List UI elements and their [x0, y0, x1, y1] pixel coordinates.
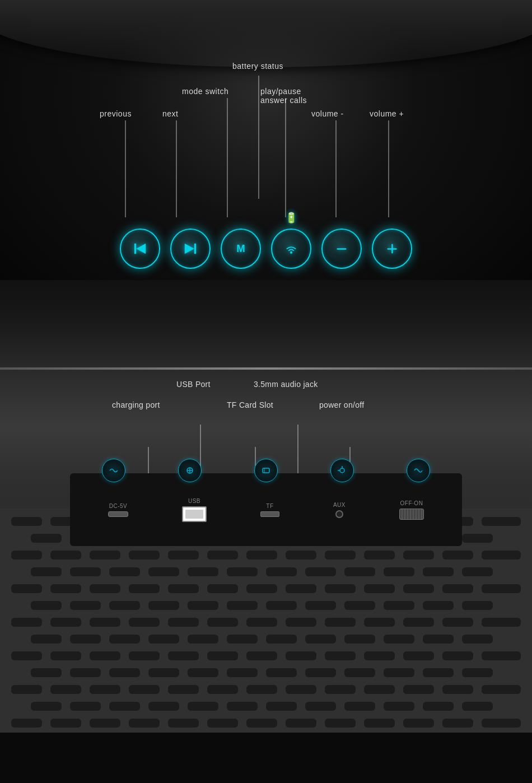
- previous-button[interactable]: [120, 229, 160, 269]
- battery-status-label: battery status: [232, 62, 283, 71]
- svg-rect-81: [90, 584, 120, 593]
- dc-port[interactable]: [108, 511, 128, 517]
- svg-rect-152: [423, 668, 454, 677]
- svg-rect-42: [31, 534, 62, 543]
- svg-rect-155: [50, 685, 81, 694]
- power-switch-item: OFF·ON: [399, 500, 424, 520]
- power-switch-label: OFF·ON: [400, 500, 423, 506]
- svg-rect-153: [462, 668, 493, 677]
- svg-rect-157: [129, 685, 160, 694]
- svg-rect-77: [423, 567, 454, 576]
- svg-rect-175: [344, 702, 375, 711]
- svg-rect-56: [90, 551, 120, 560]
- svg-rect-105: [50, 618, 81, 627]
- svg-rect-162: [325, 685, 356, 694]
- svg-rect-133: [168, 651, 199, 660]
- middle-section: [0, 280, 532, 370]
- svg-rect-166: [482, 685, 521, 694]
- svg-rect-13: [337, 248, 347, 250]
- usb-port[interactable]: [182, 506, 207, 522]
- volume-plus-label: volume +: [370, 109, 404, 118]
- tf-label: TF: [266, 503, 273, 509]
- power-switch[interactable]: [399, 509, 424, 520]
- svg-rect-78: [462, 567, 493, 576]
- svg-rect-167: [31, 702, 62, 711]
- svg-rect-86: [286, 584, 316, 593]
- power-label: power on/off: [319, 400, 364, 409]
- svg-rect-7: [134, 244, 136, 254]
- svg-rect-120: [148, 635, 179, 644]
- charging-port-label: charging port: [112, 400, 160, 409]
- svg-rect-147: [227, 668, 258, 677]
- svg-rect-113: [364, 618, 395, 627]
- svg-rect-73: [266, 567, 297, 576]
- aux-port-item: AUX: [333, 502, 346, 518]
- svg-rect-63: [364, 551, 395, 560]
- svg-rect-173: [266, 702, 297, 711]
- svg-rect-187: [325, 719, 356, 728]
- svg-rect-182: [129, 719, 160, 728]
- svg-rect-100: [344, 601, 375, 610]
- svg-rect-137: [325, 651, 356, 660]
- svg-rect-185: [246, 719, 277, 728]
- svg-rect-159: [207, 685, 238, 694]
- play-pause-button[interactable]: 🔋: [271, 229, 311, 269]
- svg-rect-165: [442, 685, 473, 694]
- svg-rect-24: [263, 468, 269, 473]
- svg-rect-186: [286, 719, 316, 728]
- svg-rect-64: [403, 551, 434, 560]
- battery-icon: 🔋: [285, 212, 297, 224]
- svg-rect-122: [227, 635, 258, 644]
- svg-rect-124: [305, 635, 336, 644]
- svg-rect-123: [266, 635, 297, 644]
- svg-rect-190: [442, 719, 473, 728]
- svg-rect-125: [344, 635, 375, 644]
- svg-rect-154: [11, 685, 42, 694]
- next-button[interactable]: [170, 229, 211, 269]
- buttons-row: M 🔋: [120, 229, 412, 269]
- svg-rect-85: [246, 584, 277, 593]
- svg-rect-97: [227, 601, 258, 610]
- tf-port[interactable]: [260, 511, 279, 517]
- svg-rect-184: [207, 719, 238, 728]
- port-icons-row: [76, 456, 456, 484]
- svg-rect-136: [286, 651, 316, 660]
- svg-rect-127: [423, 635, 454, 644]
- svg-marker-8: [136, 244, 146, 254]
- svg-rect-178: [462, 702, 493, 711]
- aux-port[interactable]: [335, 510, 343, 518]
- svg-rect-168: [70, 702, 101, 711]
- dc-port-item: DC-5V: [108, 503, 128, 517]
- svg-rect-131: [90, 651, 120, 660]
- svg-rect-76: [384, 567, 414, 576]
- svg-rect-96: [188, 601, 218, 610]
- svg-rect-114: [403, 618, 434, 627]
- top-section: battery status mode switch play/pause an…: [0, 0, 532, 314]
- svg-rect-141: [482, 651, 521, 660]
- svg-rect-119: [109, 635, 140, 644]
- svg-rect-169: [109, 702, 140, 711]
- svg-rect-146: [188, 668, 218, 677]
- svg-rect-183: [168, 719, 199, 728]
- svg-rect-188: [364, 719, 395, 728]
- svg-rect-115: [442, 618, 473, 627]
- svg-rect-71: [188, 567, 218, 576]
- next-label: next: [162, 109, 178, 118]
- volume-minus-button[interactable]: [321, 229, 362, 269]
- svg-rect-151: [384, 668, 414, 677]
- svg-text:M: M: [236, 243, 245, 254]
- svg-rect-172: [227, 702, 258, 711]
- mode-button[interactable]: M: [221, 229, 261, 269]
- svg-rect-174: [305, 702, 336, 711]
- aux-label: AUX: [333, 502, 346, 508]
- svg-rect-69: [109, 567, 140, 576]
- svg-rect-156: [90, 685, 120, 694]
- svg-rect-138: [364, 651, 395, 660]
- svg-rect-15: [391, 244, 393, 254]
- volume-plus-button[interactable]: [372, 229, 412, 269]
- svg-rect-61: [286, 551, 316, 560]
- power-port-icon: [407, 459, 430, 482]
- svg-rect-181: [90, 719, 120, 728]
- svg-rect-82: [129, 584, 160, 593]
- svg-rect-87: [325, 584, 356, 593]
